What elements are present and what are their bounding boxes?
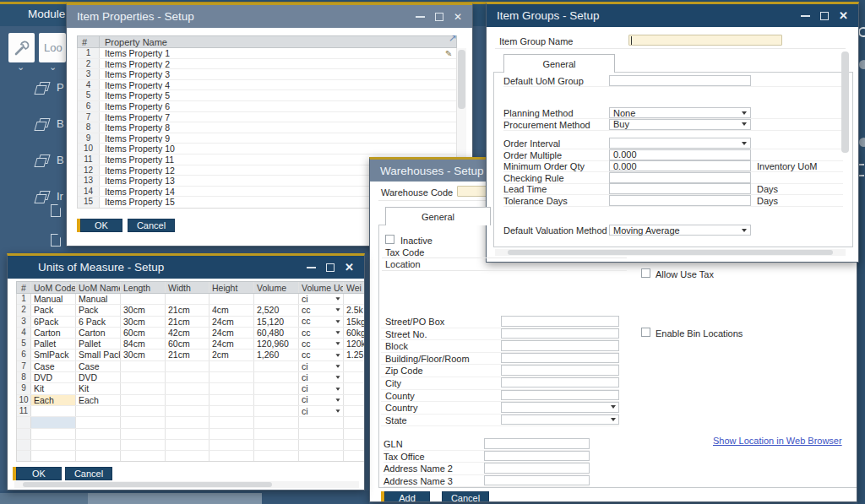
volume-cell[interactable]: [254, 395, 299, 405]
volume-uom-cell[interactable]: cc: [299, 305, 344, 315]
property-name-cell[interactable]: Items Property 5: [100, 90, 456, 100]
default-uom-group-input[interactable]: [609, 75, 751, 86]
property-row[interactable]: 2 Items Property 2: [78, 59, 456, 70]
volume-uom-cell[interactable]: cc: [299, 339, 344, 349]
sidebar-module-item[interactable]: P: [35, 81, 64, 94]
height-cell[interactable]: 24cm: [209, 339, 254, 349]
item-properties-titlebar[interactable]: Item Properties - Setup ✕: [67, 5, 472, 28]
expand-grid-icon[interactable]: ↗: [449, 32, 457, 44]
width-cell[interactable]: 21cm: [166, 350, 209, 360]
width-cell[interactable]: [166, 406, 209, 416]
field-input[interactable]: [484, 475, 590, 486]
property-name-cell[interactable]: Items Property 8: [100, 122, 456, 133]
field-input[interactable]: [501, 402, 619, 413]
uom-code-cell[interactable]: [31, 406, 76, 416]
minimum-order-qty-input[interactable]: 0.000: [609, 160, 751, 171]
height-cell[interactable]: 4cm: [209, 305, 254, 315]
uom-row[interactable]: 11 ci: [17, 406, 365, 417]
vertical-scrollbar-thumb[interactable]: [841, 51, 849, 153]
height-cell[interactable]: 24cm: [209, 317, 254, 327]
length-cell[interactable]: [121, 383, 166, 393]
uom-code-cell[interactable]: Pallet: [31, 339, 76, 349]
add-button[interactable]: Add: [384, 491, 430, 502]
volume-cell[interactable]: 1,260: [254, 350, 299, 360]
cancel-button[interactable]: Cancel: [442, 491, 489, 502]
sidebar-module-item[interactable]: B: [35, 117, 64, 130]
property-row[interactable]: 1 Items Property 1: [78, 48, 456, 59]
volume-uom-cell[interactable]: ci: [299, 383, 344, 393]
cancel-button[interactable]: Cancel: [128, 219, 175, 232]
sidebar-module-item[interactable]: Ir: [35, 190, 63, 203]
chevron-down-icon[interactable]: ⌄: [17, 62, 24, 73]
weight-cell[interactable]: [344, 395, 365, 405]
show-location-link[interactable]: Show Location in Web Browser: [713, 436, 842, 446]
order-multiple-input[interactable]: 0.000: [609, 149, 751, 160]
uom-row[interactable]: 6 SmlPack Small Pack 30cm 21cm 2cm 1,260…: [17, 350, 365, 360]
uom-name-cell[interactable]: Manual: [76, 294, 121, 304]
uom-row[interactable]: 3 6Pack 6 Pack 30cm 21cm 24cm 15,120 cc …: [17, 317, 365, 328]
volume-cell[interactable]: [254, 294, 299, 304]
volume-uom-cell[interactable]: cc: [299, 350, 344, 360]
lead-time-input[interactable]: [609, 183, 751, 194]
uom-row[interactable]: 2 Pack Pack 30cm 21cm 4cm 2,520 cc 2.5k: [17, 305, 365, 316]
field-input[interactable]: [501, 365, 619, 376]
close-icon[interactable]: ✕: [345, 263, 354, 272]
uom-name-cell[interactable]: Pack: [76, 305, 121, 315]
volume-cell[interactable]: 2,520: [254, 305, 299, 315]
field-input[interactable]: [501, 353, 619, 364]
length-cell[interactable]: 30cm: [121, 305, 166, 315]
length-cell[interactable]: [121, 294, 166, 304]
settings-toolbar-button[interactable]: [8, 33, 35, 62]
uom-code-cell[interactable]: Each: [31, 395, 76, 405]
uom-code-cell[interactable]: Kit: [31, 383, 76, 393]
volume-uom-cell[interactable]: ci: [299, 372, 344, 382]
property-name-cell[interactable]: Items Property 4: [100, 80, 456, 90]
length-cell[interactable]: 30cm: [121, 350, 166, 360]
uom-code-cell[interactable]: Pack: [31, 305, 76, 315]
valuation-method-select[interactable]: Moving Average: [609, 225, 751, 236]
width-cell[interactable]: 21cm: [166, 305, 209, 315]
uom-row[interactable]: 9 Kit Kit ci: [17, 383, 365, 394]
units-of-measure-titlebar[interactable]: Units of Measure - Setup ✕: [8, 256, 364, 279]
length-cell[interactable]: [121, 395, 166, 405]
height-cell[interactable]: [209, 395, 254, 405]
uom-row[interactable]: 1 Manual Manual ci: [17, 294, 365, 305]
width-cell[interactable]: [166, 395, 209, 405]
property-row[interactable]: 10 Items Property 10: [78, 144, 456, 154]
uom-name-cell[interactable]: Case: [76, 361, 121, 371]
planning-method-select[interactable]: None: [609, 107, 751, 118]
uom-row[interactable]: 10 Each Each ci: [17, 395, 365, 406]
field-input[interactable]: [484, 438, 590, 449]
weight-cell[interactable]: [344, 383, 365, 393]
height-cell[interactable]: 2cm: [209, 350, 254, 360]
volume-uom-cell[interactable]: ci: [299, 294, 344, 304]
property-name-cell[interactable]: Items Property 6: [100, 101, 456, 111]
property-name-cell[interactable]: Items Property 1: [100, 48, 456, 58]
width-cell[interactable]: 42cm: [166, 328, 209, 338]
length-cell[interactable]: [121, 361, 166, 371]
weight-cell[interactable]: [344, 406, 365, 416]
field-input[interactable]: [501, 316, 619, 327]
uom-name-cell[interactable]: 6 Pack: [76, 317, 121, 327]
volume-cell[interactable]: [254, 372, 299, 382]
height-cell[interactable]: [209, 406, 254, 416]
volume-uom-cell[interactable]: cc: [299, 328, 344, 338]
property-row[interactable]: 5 Items Property 5: [78, 90, 456, 101]
field-input[interactable]: [484, 451, 590, 462]
field-input[interactable]: [501, 377, 619, 388]
uom-row[interactable]: 4 Carton Carton 60cm 42cm 24cm 60,480 cc…: [17, 328, 365, 339]
length-cell[interactable]: [121, 406, 166, 416]
uom-name-cell[interactable]: Pallet: [76, 339, 121, 349]
field-input[interactable]: [501, 340, 619, 351]
width-cell[interactable]: 60cm: [166, 339, 209, 349]
checking-rule-input[interactable]: [609, 172, 751, 183]
property-row[interactable]: 9 Items Property 9: [78, 133, 456, 144]
uom-code-cell[interactable]: DVD: [31, 372, 76, 382]
width-cell[interactable]: [166, 372, 209, 382]
weight-cell[interactable]: 1.25: [344, 350, 365, 360]
scrollbar-thumb[interactable]: [508, 250, 833, 255]
uom-row[interactable]: 7 Case Case ci: [17, 361, 365, 372]
property-row[interactable]: 3 Items Property 3: [78, 69, 456, 80]
horizontal-scrollbar[interactable]: [14, 481, 359, 488]
item-groups-titlebar[interactable]: Item Groups - Setup ✕: [487, 4, 858, 27]
